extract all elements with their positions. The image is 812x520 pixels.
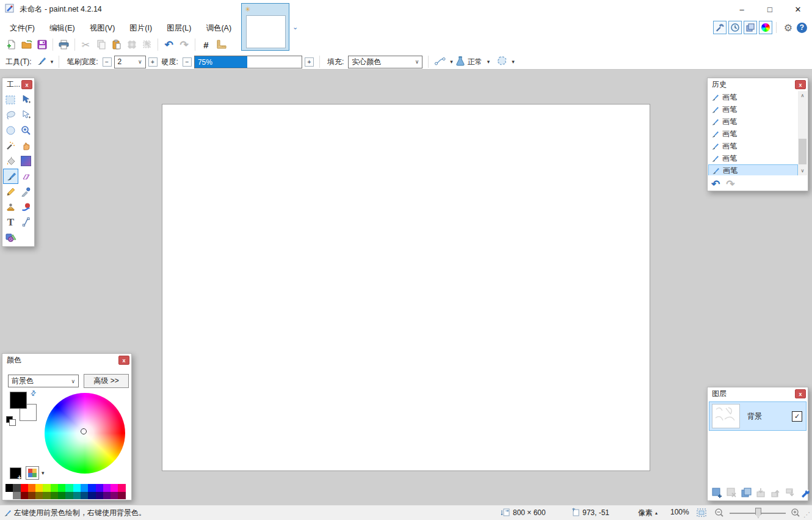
- palette-swatch[interactable]: [51, 492, 58, 500]
- move-layer-up-button[interactable]: [770, 488, 781, 498]
- advanced-button[interactable]: 高级 >>: [84, 374, 129, 388]
- hardness-slider[interactable]: 75%: [194, 56, 302, 68]
- layer-row-selected[interactable]: 背景 ✓: [709, 401, 807, 431]
- palette-swatch[interactable]: [96, 484, 103, 492]
- save-button[interactable]: [34, 37, 49, 53]
- tool-gradient[interactable]: [18, 153, 34, 169]
- swap-colors-icon[interactable]: ⇄: [29, 389, 38, 398]
- palette-swatch[interactable]: [5, 484, 13, 492]
- zoom-slider[interactable]: [730, 513, 786, 514]
- deselect-button[interactable]: [139, 37, 154, 53]
- antialiasing-icon[interactable]: [434, 56, 446, 68]
- add-color-to-palette-button[interactable]: +: [10, 467, 21, 479]
- tool-zoom[interactable]: [18, 123, 34, 138]
- scroll-up-arrow[interactable]: ∧: [798, 91, 807, 100]
- palette-swatch[interactable]: [88, 492, 95, 500]
- menu-edit[interactable]: 编辑(E): [42, 20, 82, 37]
- history-panel-toggle[interactable]: [728, 21, 742, 34]
- tool-ellipse-select[interactable]: [3, 123, 18, 138]
- image-list-chevron[interactable]: ⌄: [292, 23, 298, 31]
- hardness-increase-button[interactable]: +: [305, 57, 314, 67]
- palette-chooser-button[interactable]: [26, 466, 39, 480]
- palette-swatch[interactable]: [28, 492, 35, 500]
- palette-swatch[interactable]: [81, 492, 88, 500]
- palette-swatch[interactable]: [65, 492, 73, 500]
- brush-width-combo[interactable]: 2 ∨: [114, 56, 146, 68]
- tool-paintbrush[interactable]: [3, 169, 18, 184]
- tool-pencil[interactable]: [3, 184, 18, 199]
- zoom-level-indicator[interactable]: 100%: [670, 508, 689, 516]
- palette-swatch[interactable]: [118, 492, 125, 500]
- palette-swatch[interactable]: [35, 492, 43, 500]
- open-file-button[interactable]: [19, 37, 34, 53]
- color-mode-combo[interactable]: 前景色 ∨: [8, 375, 79, 387]
- brush-width-decrease-button[interactable]: −: [103, 57, 112, 67]
- tool-recolor[interactable]: [18, 199, 34, 214]
- palette-swatch[interactable]: [28, 484, 35, 492]
- palette-swatch[interactable]: [73, 492, 81, 500]
- palette-swatch[interactable]: [118, 484, 125, 492]
- fill-style-combo[interactable]: 实心颜色 ∨: [348, 56, 422, 68]
- undo-button[interactable]: ↶: [161, 37, 176, 53]
- tools-panel-close-button[interactable]: x: [21, 80, 32, 89]
- palette-swatch[interactable]: [111, 484, 118, 492]
- minimize-button[interactable]: –: [728, 0, 756, 18]
- settings-gear-icon[interactable]: ⚙: [784, 22, 792, 34]
- palette-swatch[interactable]: [43, 484, 50, 492]
- palette-swatch[interactable]: [58, 484, 65, 492]
- title-bar[interactable]: 未命名 - paint.net 4.2.14 – □ ✕: [0, 0, 812, 18]
- palette-swatch[interactable]: [88, 484, 95, 492]
- palette-swatch[interactable]: [111, 492, 118, 500]
- palette-swatch[interactable]: [21, 484, 28, 492]
- menu-image[interactable]: 图片(I): [122, 20, 159, 37]
- tool-dropdown-arrow[interactable]: ▾: [51, 59, 54, 65]
- colors-panel-toggle[interactable]: [759, 21, 772, 34]
- palette-swatch[interactable]: [13, 492, 20, 500]
- zoom-slider-thumb[interactable]: [755, 508, 761, 518]
- tool-text[interactable]: T: [3, 214, 18, 230]
- palette-swatch[interactable]: [21, 492, 28, 500]
- redo-button[interactable]: ↷: [176, 37, 192, 53]
- tool-lasso-select[interactable]: [3, 108, 18, 123]
- tool-pan[interactable]: [18, 138, 34, 153]
- palette-swatch[interactable]: [103, 492, 111, 500]
- tool-line-curve[interactable]: [18, 214, 34, 230]
- history-item-selected[interactable]: 画笔: [708, 164, 798, 175]
- copy-button[interactable]: [93, 37, 109, 53]
- image-tab[interactable]: ✳: [241, 3, 289, 51]
- history-redo-button[interactable]: ↷: [726, 179, 734, 189]
- tool-eraser[interactable]: [18, 169, 34, 184]
- zoom-in-button[interactable]: [791, 508, 800, 518]
- history-item[interactable]: 画笔: [708, 115, 798, 128]
- delete-layer-button[interactable]: [726, 488, 738, 498]
- selection-mode-dropdown-arrow[interactable]: ▾: [512, 59, 515, 65]
- help-button[interactable]: ?: [797, 23, 807, 33]
- merge-layer-down-button[interactable]: [755, 488, 767, 498]
- blend-mode-combo[interactable]: 正常 ▾: [468, 57, 490, 67]
- history-undo-button[interactable]: ↶: [711, 179, 720, 189]
- palette-swatch[interactable]: [73, 484, 81, 492]
- menu-view[interactable]: 视图(V): [82, 20, 123, 37]
- selection-mode-icon[interactable]: [496, 56, 508, 68]
- tool-paint-bucket[interactable]: [3, 153, 18, 169]
- crop-to-selection-button[interactable]: [124, 37, 139, 53]
- tool-color-picker[interactable]: [18, 184, 34, 199]
- tools-panel-toggle[interactable]: [713, 21, 727, 34]
- drawing-canvas[interactable]: [162, 104, 650, 471]
- colors-panel-close-button[interactable]: x: [118, 356, 129, 365]
- foreground-color-swatch[interactable]: [10, 392, 27, 409]
- hardness-decrease-button[interactable]: −: [183, 57, 192, 67]
- default-colors-icon[interactable]: [6, 416, 15, 425]
- paste-button[interactable]: [109, 37, 124, 53]
- history-panel-close-button[interactable]: x: [795, 80, 806, 89]
- layer-visibility-checkbox[interactable]: ✓: [792, 411, 802, 422]
- scrollbar-thumb[interactable]: [799, 139, 807, 164]
- tool-rectangle-select[interactable]: [3, 92, 18, 108]
- palette-swatch[interactable]: [51, 484, 58, 492]
- layers-panel-close-button[interactable]: x: [795, 389, 806, 398]
- close-button[interactable]: ✕: [784, 0, 812, 18]
- maximize-button[interactable]: □: [756, 0, 784, 18]
- menu-file[interactable]: 文件(F): [2, 20, 42, 37]
- history-item[interactable]: 画笔: [708, 128, 798, 140]
- tool-magic-wand[interactable]: [3, 138, 18, 153]
